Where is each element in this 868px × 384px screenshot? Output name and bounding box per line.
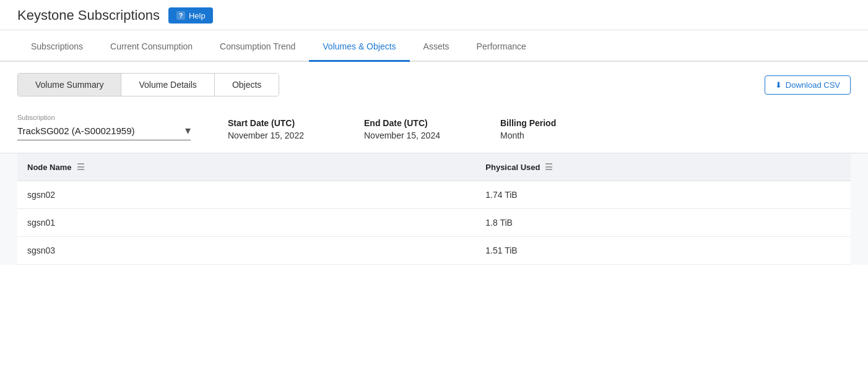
- subtab-volume-summary[interactable]: Volume Summary: [18, 74, 121, 96]
- tab-consumption-trend[interactable]: Consumption Trend: [206, 30, 309, 62]
- subtab-volume-details[interactable]: Volume Details: [121, 74, 214, 96]
- col-physical-used-label: Physical Used: [485, 163, 540, 172]
- subscription-field-label: Subscription: [17, 114, 191, 121]
- download-icon: ⬇: [775, 80, 782, 90]
- svg-text:?: ?: [179, 12, 183, 19]
- end-date-label: End Date (UTC): [364, 118, 463, 128]
- end-date-field: End Date (UTC) November 15, 2024: [364, 118, 463, 140]
- table-row: sgsn031.51 TiB: [17, 237, 851, 265]
- start-date-value: November 15, 2022: [228, 130, 327, 140]
- col-node-name-label: Node Name: [27, 163, 72, 172]
- table-row: sgsn021.74 TiB: [17, 181, 851, 209]
- download-csv-label: Download CSV: [786, 80, 840, 90]
- cell-node-name: sgsn03: [17, 237, 475, 265]
- tab-assets[interactable]: Assets: [410, 30, 463, 62]
- tab-performance[interactable]: Performance: [463, 30, 540, 62]
- column-menu-icon-node[interactable]: ☰: [77, 162, 85, 172]
- table-row: sgsn011.8 TiB: [17, 209, 851, 237]
- chevron-down-icon: ▾: [185, 124, 191, 137]
- data-table: Node Name ☰ Physical Used ☰ sgsn021.74 T…: [17, 153, 851, 265]
- tab-current-consumption[interactable]: Current Consumption: [97, 30, 206, 62]
- subscription-row: Subscription TrackSG002 (A-S00021959) ▾ …: [0, 96, 868, 153]
- end-date-value: November 15, 2024: [364, 130, 463, 140]
- billing-period-label: Billing Period: [500, 118, 599, 128]
- page-wrapper: Keystone Subscriptions ? Help Subscripti…: [0, 0, 868, 384]
- page-title: Keystone Subscriptions: [17, 7, 160, 23]
- cell-node-name: sgsn02: [17, 181, 475, 209]
- start-date-label: Start Date (UTC): [228, 118, 327, 128]
- sub-tabs-row: Volume Summary Volume Details Objects ⬇ …: [0, 62, 868, 96]
- cell-physical-used: 1.8 TiB: [475, 209, 851, 237]
- tab-subscriptions[interactable]: Subscriptions: [17, 30, 97, 62]
- download-csv-button[interactable]: ⬇ Download CSV: [765, 75, 851, 95]
- col-header-physical-used: Physical Used ☰: [475, 153, 851, 181]
- help-button[interactable]: ? Help: [168, 7, 213, 23]
- cell-node-name: sgsn01: [17, 209, 475, 237]
- subscription-select-wrapper[interactable]: TrackSG002 (A-S00021959) ▾: [17, 124, 191, 140]
- cell-physical-used: 1.74 TiB: [475, 181, 851, 209]
- column-menu-icon-physical[interactable]: ☰: [545, 162, 553, 172]
- cell-physical-used: 1.51 TiB: [475, 237, 851, 265]
- subscription-field: Subscription TrackSG002 (A-S00021959) ▾: [17, 114, 191, 140]
- start-date-field: Start Date (UTC) November 15, 2022: [228, 118, 327, 140]
- col-header-node-name: Node Name ☰: [17, 153, 475, 181]
- sub-tabs: Volume Summary Volume Details Objects: [17, 73, 279, 96]
- help-label: Help: [189, 11, 206, 20]
- tab-volumes-objects[interactable]: Volumes & Objects: [309, 30, 409, 62]
- subtab-objects[interactable]: Objects: [215, 74, 279, 96]
- billing-period-value: Month: [500, 130, 599, 140]
- nav-tabs: Subscriptions Current Consumption Consum…: [0, 30, 868, 62]
- page-header: Keystone Subscriptions ? Help: [0, 0, 868, 30]
- table-header-row: Node Name ☰ Physical Used ☰: [17, 153, 851, 181]
- table-section: Node Name ☰ Physical Used ☰ sgsn021.74 T…: [0, 153, 868, 265]
- subscription-select-value: TrackSG002 (A-S00021959): [17, 126, 180, 136]
- help-icon: ?: [176, 11, 186, 20]
- billing-period-field: Billing Period Month: [500, 118, 599, 140]
